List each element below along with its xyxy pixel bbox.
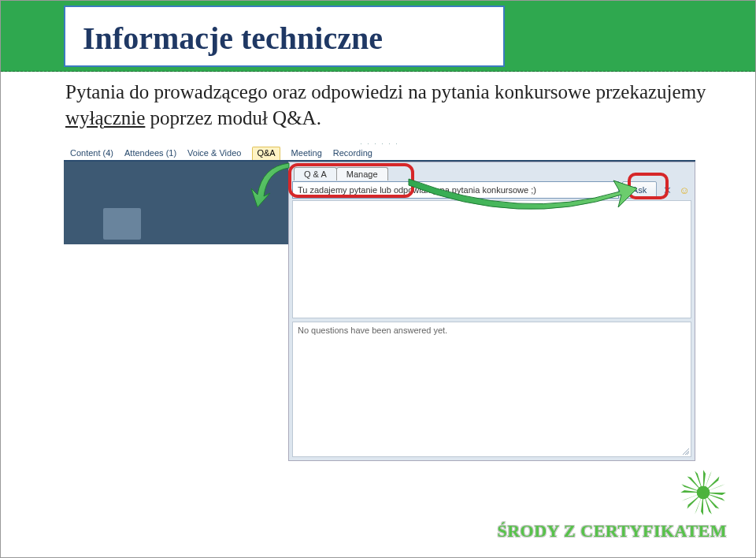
menu-recording[interactable]: Recording: [333, 148, 372, 160]
qa-answers-list: No questions have been answered yet.: [292, 322, 691, 457]
menu-voice-video[interactable]: Voice & Video: [187, 148, 241, 160]
qa-panel: Q & A Manage Ask ✕ ☺ No questions have b…: [288, 162, 695, 461]
embedded-screenshot: · · · · · · Content (4) Attendees (1) Vo…: [64, 141, 695, 464]
app-menubar: Content (4) Attendees (1) Voice & Video …: [64, 146, 695, 162]
qa-question-input[interactable]: [292, 181, 619, 199]
no-answers-text: No questions have been answered yet.: [298, 326, 447, 335]
emoji-icon[interactable]: ☺: [677, 181, 691, 199]
ask-button[interactable]: Ask: [622, 181, 657, 199]
title-card: Informacje techniczne: [64, 6, 505, 67]
qa-tabs: Q & A Manage: [294, 167, 388, 180]
tab-manage[interactable]: Manage: [336, 167, 388, 180]
menu-meeting[interactable]: Meeting: [291, 148, 322, 160]
desc-part-2: poprzez moduł Q&A.: [145, 107, 321, 128]
tab-qa[interactable]: Q & A: [294, 167, 337, 180]
qa-input-row: Ask ✕ ☺: [292, 181, 691, 199]
menu-qa[interactable]: Q&A: [252, 147, 280, 160]
page-title: Informacje techniczne: [83, 20, 383, 57]
menu-content[interactable]: Content (4): [70, 148, 113, 160]
qa-questions-list: [292, 200, 691, 318]
brand-starburst-icon: [680, 469, 727, 516]
desc-part-1: Pytania do prowadzącego oraz odpowiedzi …: [65, 81, 706, 102]
close-icon[interactable]: ✕: [660, 181, 674, 199]
content-panel: [64, 162, 288, 244]
brand-text: ŚRODY Z CERTYFIKATEM: [497, 521, 727, 541]
menu-attendees[interactable]: Attendees (1): [124, 148, 176, 160]
description-text: Pytania do prowadzącego oraz odpowiedzi …: [65, 80, 708, 131]
desc-underlined: wyłącznie: [65, 107, 145, 128]
